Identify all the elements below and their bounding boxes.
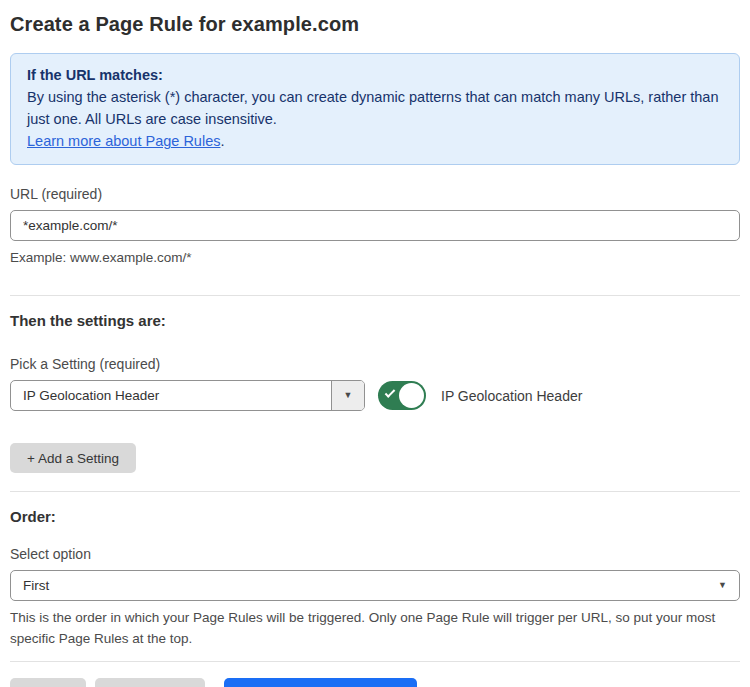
page-title: Create a Page Rule for example.com xyxy=(10,13,740,36)
setting-dropdown-button[interactable]: ▼ xyxy=(331,381,364,410)
order-helper-text: This is the order in which your Page Rul… xyxy=(10,607,734,649)
cancel-button[interactable]: Cancel xyxy=(10,678,86,687)
setting-dropdown[interactable]: IP Geolocation Header ▼ xyxy=(10,380,365,411)
setting-dropdown-value: IP Geolocation Header xyxy=(11,381,331,410)
settings-heading: Then the settings are: xyxy=(10,312,740,329)
page-rule-form: Create a Page Rule for example.com If th… xyxy=(0,13,750,687)
select-option-label: Select option xyxy=(10,546,740,562)
info-box-heading: If the URL matches: xyxy=(27,64,723,86)
divider xyxy=(10,661,740,662)
info-box-body: By using the asterisk (*) character, you… xyxy=(27,86,723,130)
ip-geolocation-toggle[interactable] xyxy=(378,381,426,410)
url-input[interactable] xyxy=(10,210,740,241)
link-suffix: . xyxy=(220,133,224,149)
check-icon xyxy=(385,387,396,398)
order-heading: Order: xyxy=(10,508,740,525)
add-setting-button[interactable]: + Add a Setting xyxy=(10,443,136,473)
divider xyxy=(10,295,740,296)
toggle-label: IP Geolocation Header xyxy=(441,388,582,404)
learn-more-link[interactable]: Learn more about Page Rules xyxy=(27,133,220,149)
footer-actions: Cancel Save as Draft Save and Deploy Pag… xyxy=(10,678,740,687)
order-select-value: First xyxy=(23,578,49,593)
toggle-knob xyxy=(399,383,424,408)
info-box-link-line: Learn more about Page Rules. xyxy=(27,130,723,152)
url-example-helper: Example: www.example.com/* xyxy=(10,247,740,268)
save-deploy-button[interactable]: Save and Deploy Page Rule xyxy=(224,678,418,687)
setting-row: IP Geolocation Header ▼ IP Geolocation H… xyxy=(10,380,740,411)
chevron-down-icon: ▼ xyxy=(718,581,727,590)
url-label: URL (required) xyxy=(10,186,740,202)
order-select[interactable]: First ▼ xyxy=(10,570,740,601)
save-draft-button[interactable]: Save as Draft xyxy=(95,678,205,687)
chevron-down-icon: ▼ xyxy=(344,391,353,400)
pick-setting-label: Pick a Setting (required) xyxy=(10,356,740,372)
divider xyxy=(10,491,740,492)
url-match-info-box: If the URL matches: By using the asteris… xyxy=(10,53,740,165)
